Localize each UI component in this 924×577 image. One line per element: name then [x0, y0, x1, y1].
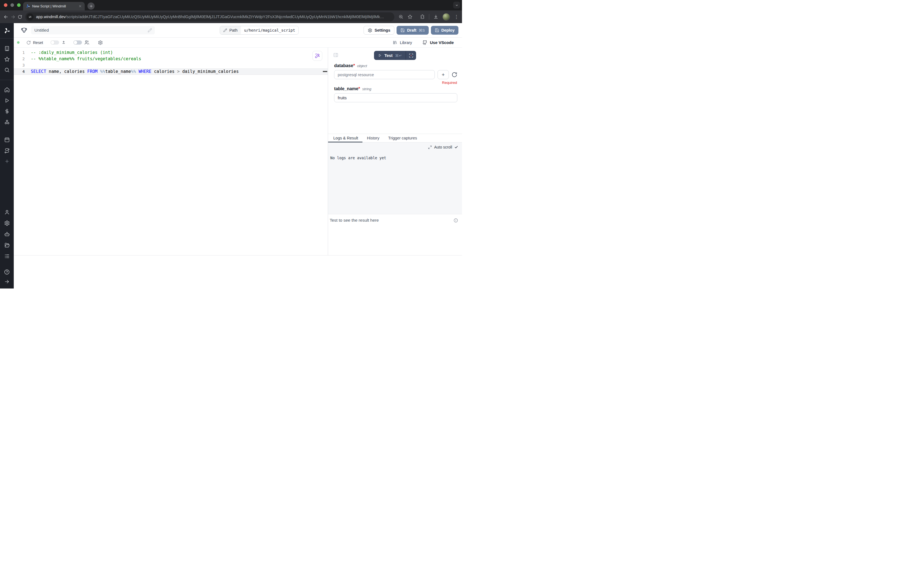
sidebar-divider — [0, 80, 14, 80]
code-editor[interactable]: 1-- :daily_minimum_calories (int)2-- %%t… — [14, 48, 328, 255]
status-dot — [17, 41, 19, 44]
line-number: 2 — [14, 56, 31, 62]
menu-dots-icon[interactable]: ⋮ — [454, 14, 459, 20]
zoom-icon[interactable] — [398, 14, 403, 19]
autoscroll-control[interactable]: Auto scroll — [330, 145, 458, 149]
deploy-button[interactable]: Deploy — [431, 26, 459, 35]
tab-search-button[interactable] — [453, 2, 460, 8]
settings-button[interactable]: Settings — [364, 26, 394, 35]
tab-trigger-captures[interactable]: Trigger captures — [384, 134, 421, 142]
line-code: -- :daily_minimum_calories (int) — [31, 50, 113, 56]
tab-logs-result[interactable]: Logs & Result — [328, 134, 362, 142]
close-window-button[interactable] — [4, 3, 7, 7]
required-note: Required — [334, 81, 457, 85]
panel-collapse-icon — [333, 52, 338, 58]
sidebar-item-search[interactable] — [4, 67, 10, 73]
settings-label: Settings — [375, 28, 390, 32]
args-form: database* object + Required — [328, 60, 462, 104]
sidebar-expand[interactable] — [4, 279, 10, 284]
logs-empty-message: No logs are available yet — [330, 156, 458, 160]
code-line[interactable]: 4SELECT name, calories FROM %%table_name… — [14, 68, 328, 75]
tab-history[interactable]: History — [362, 134, 384, 142]
zoom-window-button[interactable] — [17, 3, 21, 7]
line-code: SELECT name, calories FROM %%table_name%… — [31, 68, 239, 75]
arrow-right-icon — [4, 279, 10, 284]
field-name: table_name* — [334, 86, 360, 91]
sidebar-item-create[interactable] — [5, 159, 10, 164]
plus-icon — [5, 159, 10, 164]
app-header: Path u/henri/magical_script Settings Dra… — [14, 23, 462, 38]
sidebar-item-schedules[interactable] — [4, 137, 10, 143]
field-table-name: table_name* string — [334, 86, 457, 102]
sidebar-item-help[interactable] — [4, 269, 10, 275]
address-bar[interactable]: app.windmill.dev/scripts/add#JTdCJTIyaGF… — [25, 12, 394, 21]
window-controls[interactable] — [4, 3, 21, 7]
info-icon[interactable] — [454, 218, 458, 223]
home-icon — [4, 87, 10, 93]
capture-test-button[interactable] — [406, 51, 416, 60]
sidebar-item-favorites[interactable] — [4, 56, 10, 62]
editor-settings-button[interactable] — [98, 40, 103, 45]
collapse-panel-button[interactable] — [333, 52, 338, 58]
draft-button[interactable]: Draft ⌘S — [396, 26, 428, 35]
profile-avatar[interactable] — [443, 13, 450, 21]
draft-shortcut: ⌘S — [419, 28, 425, 32]
rotate-icon — [452, 72, 457, 77]
pencil-icon[interactable] — [148, 28, 152, 32]
sidebar-item-triggers[interactable] — [4, 148, 10, 154]
script-title-input[interactable] — [31, 26, 155, 34]
multiplayer-toggle[interactable] — [73, 40, 82, 45]
site-settings-icon[interactable] — [27, 13, 34, 20]
check-icon — [454, 145, 458, 149]
add-resource-button[interactable]: + — [438, 70, 449, 79]
tab-close-icon[interactable] — [78, 5, 82, 8]
maximize-icon[interactable] — [428, 145, 432, 149]
help-icon — [4, 269, 10, 275]
sidebar-divider — [0, 38, 14, 39]
sidebar-item-variables[interactable] — [4, 108, 10, 114]
test-button[interactable]: Test ⌘↵ — [374, 51, 406, 60]
github-icon — [422, 40, 427, 45]
sidebar-item-home[interactable] — [4, 87, 10, 93]
sidebar-item-logs[interactable] — [4, 253, 10, 259]
dollar-icon — [4, 108, 10, 114]
sidebar-item-workspace[interactable] — [4, 46, 10, 52]
back-button[interactable] — [3, 14, 8, 19]
windmill-logo[interactable] — [0, 23, 14, 38]
pencil-icon — [223, 28, 227, 32]
url-path: /scripts/add#JTdCJTIyaGFzaCUyMiUzQSUyMiU… — [66, 15, 384, 19]
boxes-icon — [4, 119, 10, 125]
reset-button[interactable]: Reset — [26, 40, 43, 45]
sidebar-item-runs[interactable] — [4, 98, 10, 103]
browser-tab[interactable]: New Script | Windmill — [23, 2, 85, 10]
bookmark-star-icon[interactable] — [407, 14, 412, 19]
database-input[interactable] — [334, 70, 435, 79]
magic-wand-icon — [315, 53, 320, 59]
refresh-button[interactable] — [452, 72, 457, 77]
sidebar-item-settings[interactable] — [4, 220, 10, 226]
download-icon[interactable] — [433, 14, 438, 19]
diff-toggle[interactable] — [51, 40, 59, 45]
extensions-icon[interactable] — [420, 14, 425, 19]
code-line[interactable]: 3 — [14, 62, 328, 68]
sidebar-item-workers[interactable] — [4, 231, 10, 237]
ai-assistant-button[interactable] — [312, 51, 322, 61]
code-line[interactable]: 2-- %%table_name%% fruits/vegetables/cer… — [14, 56, 328, 62]
library-button[interactable]: Library — [393, 40, 412, 45]
code-line[interactable]: 1-- :daily_minimum_calories (int) — [14, 50, 328, 56]
sidebar-item-users[interactable] — [4, 209, 10, 215]
reload-button[interactable] — [18, 15, 22, 19]
path-value: u/henri/magical_script — [241, 26, 298, 34]
forward-button[interactable] — [10, 14, 16, 19]
url-text: app.windmill.dev/scripts/add#JTdCJTIyaGF… — [36, 15, 384, 19]
vscode-label: Use VScode — [430, 40, 454, 45]
path-label-section: Path — [220, 26, 241, 34]
use-vscode-button[interactable]: Use VScode — [422, 40, 454, 45]
path-chip[interactable]: Path u/henri/magical_script — [220, 26, 299, 35]
save-icon — [435, 28, 439, 32]
table-name-input[interactable] — [334, 93, 457, 102]
new-tab-button[interactable] — [87, 2, 95, 10]
sidebar-item-resources[interactable] — [4, 119, 10, 125]
sidebar-item-folders[interactable] — [4, 242, 10, 248]
minimize-window-button[interactable] — [10, 3, 14, 7]
